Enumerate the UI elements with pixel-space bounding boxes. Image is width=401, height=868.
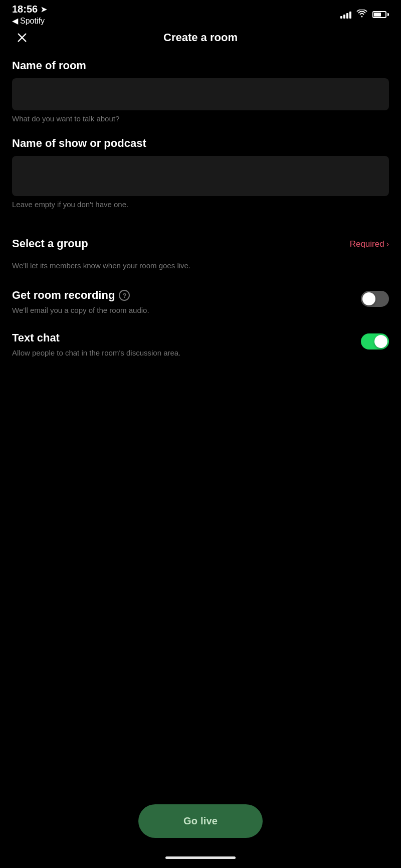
room-recording-title-row: Get room recording ? xyxy=(12,289,149,302)
home-indicator xyxy=(165,856,236,859)
room-recording-left: Get room recording ? We'll email you a c… xyxy=(12,289,149,315)
select-group-required[interactable]: Required › xyxy=(350,239,389,249)
go-live-button[interactable]: Go live xyxy=(138,804,263,838)
text-chat-description: Allow people to chat in the room's discu… xyxy=(12,348,180,358)
status-bar: 18:56 ➤ ◀ Spotify xyxy=(0,0,401,26)
text-chat-label: Text chat xyxy=(12,331,60,344)
room-recording-description: We'll email you a copy of the room audio… xyxy=(12,305,149,315)
back-label: Spotify xyxy=(20,17,45,26)
select-group-section: Select a group Required › We'll let its … xyxy=(12,237,389,271)
select-group-description: We'll let its members know when your roo… xyxy=(12,260,389,271)
location-icon: ➤ xyxy=(41,5,47,14)
select-group-label: Select a group xyxy=(12,237,88,250)
show-podcast-input[interactable] xyxy=(12,156,389,196)
chevron-right-icon: › xyxy=(386,240,389,249)
wifi-icon xyxy=(356,10,367,20)
battery-icon xyxy=(372,11,389,18)
text-chat-row: Text chat Allow people to chat in the ro… xyxy=(12,331,389,358)
room-name-section: Name of room What do you want to talk ab… xyxy=(12,59,389,123)
signal-icon xyxy=(340,11,351,19)
text-chat-toggle[interactable] xyxy=(361,333,389,350)
text-chat-title-row: Text chat xyxy=(12,331,180,344)
required-label: Required xyxy=(350,239,384,249)
bottom-area: Go live xyxy=(0,804,401,838)
select-group-left: Select a group xyxy=(12,237,88,256)
room-name-label: Name of room xyxy=(12,59,389,72)
close-icon xyxy=(17,32,28,43)
show-podcast-section: Name of show or podcast Leave empty if y… xyxy=(12,137,389,209)
room-name-hint: What do you want to talk about? xyxy=(12,114,389,123)
time-display: 18:56 xyxy=(12,4,38,15)
text-chat-left: Text chat Allow people to chat in the ro… xyxy=(12,331,180,358)
status-left: 18:56 ➤ ◀ Spotify xyxy=(12,4,47,26)
show-podcast-hint: Leave empty if you don't have one. xyxy=(12,200,389,209)
back-arrow-icon: ◀ xyxy=(12,16,18,26)
show-podcast-label: Name of show or podcast xyxy=(12,137,389,150)
status-right xyxy=(340,10,389,20)
form-content: Name of room What do you want to talk ab… xyxy=(0,54,401,358)
room-recording-thumb xyxy=(362,292,375,305)
room-recording-row: Get room recording ? We'll email you a c… xyxy=(12,289,389,315)
text-chat-section: Text chat Allow people to chat in the ro… xyxy=(12,331,389,358)
page-header: Create a room xyxy=(0,26,401,54)
room-recording-toggle[interactable] xyxy=(361,291,389,307)
room-recording-track xyxy=(361,291,389,307)
status-time: 18:56 ➤ xyxy=(12,4,47,15)
room-recording-label: Get room recording xyxy=(12,289,115,302)
select-group-row: Select a group Required › xyxy=(12,237,389,256)
room-name-input[interactable] xyxy=(12,78,389,110)
text-chat-thumb xyxy=(374,335,387,348)
text-chat-track xyxy=(361,333,389,350)
room-recording-section: Get room recording ? We'll email you a c… xyxy=(12,289,389,315)
help-icon[interactable]: ? xyxy=(119,290,130,301)
back-navigation[interactable]: ◀ Spotify xyxy=(12,16,47,26)
close-button[interactable] xyxy=(12,28,32,48)
page-title: Create a room xyxy=(163,31,238,44)
